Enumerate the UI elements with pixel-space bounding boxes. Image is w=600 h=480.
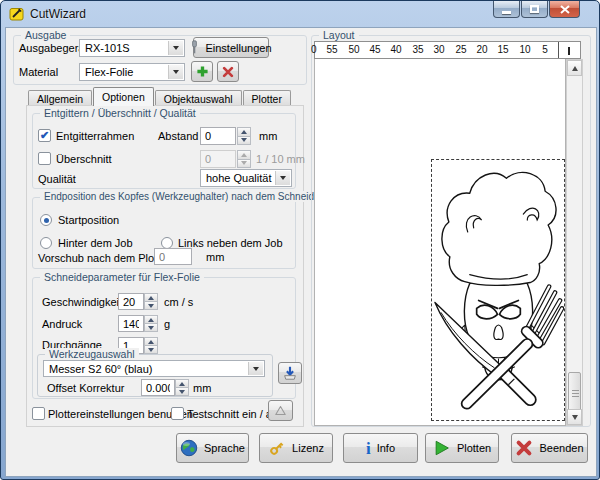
minimize-button[interactable] bbox=[493, 1, 520, 18]
layout-canvas[interactable] bbox=[314, 59, 566, 426]
spin-up-icon[interactable] bbox=[144, 315, 158, 324]
window-title: CutWizard bbox=[30, 7, 86, 21]
info-button-label: Info bbox=[377, 442, 395, 454]
vorschub-label: Vorschub nach dem Plotten bbox=[38, 252, 173, 264]
startposition-radio[interactable] bbox=[40, 214, 52, 226]
abstand-stepper[interactable] bbox=[237, 127, 251, 145]
plottereinstellungen-checkbox[interactable] bbox=[32, 407, 45, 420]
save-tool-button[interactable] bbox=[278, 362, 302, 384]
globe-icon bbox=[180, 439, 198, 457]
ruler-label: 40 bbox=[386, 44, 406, 55]
ueberschnitt-input bbox=[200, 150, 236, 168]
group-endposition-label: Endposition des Kopfes (Werkzeughalter) … bbox=[40, 191, 329, 202]
tab-objektauswahl[interactable]: Objektauswahl bbox=[155, 90, 242, 106]
maximize-button[interactable] bbox=[521, 1, 548, 18]
andruck-label: Andruck bbox=[42, 318, 82, 330]
device-combobox[interactable]: RX-101S bbox=[79, 39, 185, 57]
testschnitt-shape-button[interactable] bbox=[268, 400, 293, 421]
info-icon: i bbox=[366, 440, 371, 457]
ruler-label: 30 bbox=[429, 44, 449, 55]
spin-down-icon[interactable] bbox=[144, 346, 158, 354]
scroll-up-icon[interactable] bbox=[567, 60, 582, 76]
durchgaenge-stepper[interactable] bbox=[144, 337, 158, 354]
sprache-button[interactable]: Sprache bbox=[176, 433, 249, 463]
andruck-unit: g bbox=[164, 318, 170, 330]
spin-up-icon bbox=[237, 150, 251, 160]
offset-input[interactable] bbox=[141, 379, 175, 396]
chevron-down-icon[interactable] bbox=[168, 65, 183, 79]
spin-up-icon[interactable] bbox=[144, 293, 158, 302]
spin-up-icon[interactable] bbox=[144, 337, 158, 346]
tab-optionen[interactable]: Optionen bbox=[93, 87, 154, 106]
x-icon bbox=[222, 66, 234, 78]
geschwindigkeit-input[interactable] bbox=[118, 293, 144, 310]
settings-button-label: Einstellungen bbox=[205, 42, 271, 54]
save-icon bbox=[282, 365, 298, 381]
group-entgittern-label: Entgittern / Überschnitt / Qualität bbox=[40, 107, 200, 119]
tab-plotter[interactable]: Plotter bbox=[243, 90, 291, 106]
tab-strip: Allgemein Optionen Objektauswahl Plotter bbox=[28, 88, 292, 106]
ruler-label: 10 bbox=[515, 44, 535, 55]
vertical-scrollbar[interactable] bbox=[566, 59, 583, 426]
tab-allgemein[interactable]: Allgemein bbox=[28, 90, 92, 106]
ruler-origin-tick bbox=[568, 47, 570, 55]
beenden-button[interactable]: Beenden bbox=[511, 433, 588, 463]
plotten-button-label: Plotten bbox=[457, 442, 491, 454]
testschnitt-checkbox[interactable] bbox=[171, 407, 184, 420]
settings-button[interactable]: Einstellungen bbox=[193, 37, 269, 58]
andruck-stepper[interactable] bbox=[144, 315, 158, 332]
close-button[interactable] bbox=[549, 1, 580, 18]
material-combobox[interactable]: Flex-Folie bbox=[79, 63, 185, 81]
vorschub-input[interactable] bbox=[154, 248, 192, 265]
close-icon bbox=[560, 5, 570, 14]
chevron-down-icon[interactable] bbox=[168, 41, 183, 55]
chef-skull-design bbox=[432, 160, 564, 420]
offset-stepper[interactable] bbox=[175, 379, 189, 396]
spin-down-icon[interactable] bbox=[144, 302, 158, 310]
titlebar[interactable]: CutWizard bbox=[1, 1, 599, 27]
ueberschnitt-checkbox[interactable] bbox=[38, 152, 51, 165]
vorschub-unit: mm bbox=[206, 251, 224, 263]
material-value: Flex-Folie bbox=[85, 66, 133, 78]
device-value: RX-101S bbox=[85, 42, 130, 54]
cut-design-selection[interactable] bbox=[431, 159, 565, 421]
spin-down-icon[interactable] bbox=[237, 137, 251, 146]
maximize-icon bbox=[530, 5, 539, 13]
scrollbar-thumb[interactable] bbox=[568, 372, 581, 414]
qualitaet-combobox[interactable]: hohe Qualität bbox=[200, 169, 292, 187]
offset-unit: mm bbox=[193, 382, 211, 394]
chevron-down-icon[interactable] bbox=[248, 362, 263, 375]
material-label: Material bbox=[19, 66, 58, 78]
device-label: Ausgabegerät bbox=[19, 42, 88, 54]
entgitterrahmen-checkbox[interactable]: ✔ bbox=[38, 129, 51, 142]
screwdriver-icon bbox=[190, 40, 199, 55]
spin-up-icon[interactable] bbox=[237, 127, 251, 137]
scroll-down-icon[interactable] bbox=[567, 409, 582, 425]
entgitterrahmen-label: Entgitterrahmen bbox=[56, 130, 134, 142]
spin-down-icon[interactable] bbox=[175, 388, 189, 396]
ueberschnitt-label: Überschnitt bbox=[56, 153, 112, 165]
plus-icon bbox=[196, 65, 209, 78]
abstand-label: Abstand bbox=[158, 130, 198, 142]
ruler-label: 50 bbox=[344, 44, 364, 55]
spin-up-icon[interactable] bbox=[175, 379, 189, 388]
delete-material-button[interactable] bbox=[217, 61, 239, 82]
group-werkzeugauswahl-label: Werkzeugauswahl bbox=[45, 348, 139, 360]
chevron-down-icon[interactable] bbox=[275, 171, 290, 185]
hinter-dem-job-radio[interactable] bbox=[40, 237, 52, 249]
plotten-button[interactable]: Plotten bbox=[425, 433, 499, 463]
geschwindigkeit-stepper[interactable] bbox=[144, 293, 158, 310]
spin-down-icon bbox=[237, 160, 251, 169]
spin-down-icon[interactable] bbox=[144, 324, 158, 332]
lizenz-button-label: Lizenz bbox=[292, 442, 324, 454]
werkzeug-combobox[interactable]: Messer S2 60° (blau) bbox=[43, 360, 265, 377]
abstand-input[interactable] bbox=[200, 127, 236, 145]
beenden-button-label: Beenden bbox=[539, 442, 583, 454]
ueberschnitt-unit: 1 / 10 mm bbox=[256, 153, 305, 165]
add-material-button[interactable] bbox=[191, 61, 213, 82]
lizenz-button[interactable]: Lizenz bbox=[259, 433, 333, 463]
group-layout-label: Layout bbox=[319, 29, 359, 41]
ruler-label: 35 bbox=[408, 44, 428, 55]
andruck-input[interactable] bbox=[118, 315, 144, 332]
info-button[interactable]: i Info bbox=[343, 433, 418, 463]
